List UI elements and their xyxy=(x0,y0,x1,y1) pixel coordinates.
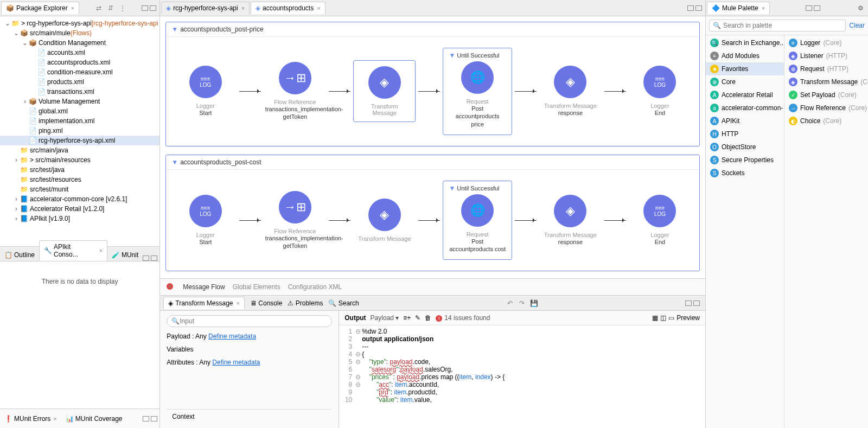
palette-item[interactable]: ≡Logger (Core) xyxy=(784,36,868,49)
tree-item[interactable]: 📄global.xml xyxy=(0,106,159,116)
tree-item[interactable]: ⌄📁> rcg-hyperforce-sys-api [rcg-hyperfor… xyxy=(0,18,159,28)
flow-node-log[interactable]: ≡≡≡LOG Logger End xyxy=(629,66,691,117)
undo-icon[interactable]: ↶ xyxy=(506,299,514,308)
tree-item[interactable]: 📄implementation.xml xyxy=(0,116,159,126)
tree-item[interactable]: ⌄📦src/main/mule (Flows) xyxy=(0,28,159,38)
tree-item[interactable]: 📄accounts.xml xyxy=(0,48,159,58)
max-icon[interactable] xyxy=(695,5,702,11)
add-icon[interactable]: ≡+ xyxy=(403,314,411,322)
min-icon[interactable] xyxy=(143,255,149,261)
tree-item[interactable]: 📄accountsproducts.xml xyxy=(0,58,159,67)
layout-icon[interactable]: ▭ xyxy=(668,314,674,322)
link-icon[interactable]: ⇵ xyxy=(106,4,115,12)
tree-item[interactable]: 📄products.xml xyxy=(0,77,159,87)
flow-node-log[interactable]: ≡≡≡LOG Logger Start xyxy=(174,66,237,117)
transform-message-tab[interactable]: ◈ Transform Message × xyxy=(163,297,245,309)
max-icon[interactable] xyxy=(151,416,157,421)
max-icon[interactable] xyxy=(150,5,156,11)
edit-icon[interactable]: ✎ xyxy=(415,314,420,322)
tree-item[interactable]: ›📘accelerator-common-core [v2.6.1] xyxy=(0,194,159,204)
palette-item[interactable]: aaccelerator-common- xyxy=(706,101,784,114)
close-icon[interactable]: × xyxy=(762,5,765,11)
palette-item[interactable]: AAccelerator Retail xyxy=(706,88,784,101)
tree-item[interactable]: 📁src/test/munit xyxy=(0,184,159,194)
tree-item[interactable]: ›📘APIkit [v1.9.0] xyxy=(0,214,159,223)
tree-item[interactable]: 📄transactions.xml xyxy=(0,87,159,97)
flow-node-tm[interactable]: ◈ Transform Message response xyxy=(539,195,602,246)
config-xml-tab[interactable]: Configuration XML xyxy=(288,283,342,291)
define-metadata-link[interactable]: Define metadata xyxy=(212,359,260,366)
mule-palette-tab[interactable]: 🔷 Mule Palette × xyxy=(707,2,770,14)
palette-item[interactable]: +Add Modules xyxy=(706,49,784,62)
close-icon[interactable]: × xyxy=(99,247,103,254)
collapse-icon[interactable]: ⇄ xyxy=(94,4,103,12)
min-icon[interactable] xyxy=(685,301,692,306)
code-editor[interactable]: 1⊖%dw 2.02output application/json3---4⊖{… xyxy=(339,325,705,428)
palette-items[interactable]: ≡Logger (Core)◈Listener (HTTP)⊕Request (… xyxy=(784,35,868,428)
until-successful-scope[interactable]: ▼Until Successful 🌐 Request Post account… xyxy=(443,48,512,135)
flow-node-log[interactable]: ≡≡≡LOG Logger Start xyxy=(174,195,237,246)
close-icon[interactable]: × xyxy=(53,416,56,422)
payload-dropdown[interactable]: Payload ▾ xyxy=(371,314,399,322)
menu-icon[interactable]: ⋮ xyxy=(118,4,127,12)
palette-categories[interactable]: 🔍Search in Exchange..+Add Modules★Favori… xyxy=(706,35,784,428)
munit-tab[interactable]: 🧪 MUnit xyxy=(107,249,143,261)
palette-item[interactable]: →Flow Reference (Core) xyxy=(784,101,868,114)
min-icon[interactable] xyxy=(142,5,148,11)
tree-item[interactable]: 📁src/test/java xyxy=(0,165,159,175)
delete-icon[interactable]: 🗑 xyxy=(425,314,431,322)
min-icon[interactable] xyxy=(143,416,149,421)
define-metadata-link[interactable]: Define metadata xyxy=(208,333,256,340)
editor-tab[interactable]: ◈ accountsproducts × xyxy=(251,2,326,14)
palette-search[interactable]: 🔍 xyxy=(709,20,846,31)
tree-item[interactable]: ›📦Volume Management xyxy=(0,97,159,106)
preview-link[interactable]: Preview xyxy=(676,314,700,322)
project-tree[interactable]: ⌄📁> rcg-hyperforce-sys-api [rcg-hyperfor… xyxy=(0,16,159,246)
palette-item[interactable]: ◈Listener (HTTP) xyxy=(784,49,868,62)
munit-errors-tab[interactable]: ❗ MUnit Errors × xyxy=(0,413,61,425)
palette-item[interactable]: ⊕Core xyxy=(706,75,784,88)
tree-item[interactable]: 📄rcg-hyperforce-sys-api.xml xyxy=(0,136,159,145)
until-successful-scope[interactable]: ▼Until Successful 🌐 Request Post account… xyxy=(443,181,512,260)
palette-item[interactable]: SSecure Properties xyxy=(706,154,784,167)
input-search-field[interactable] xyxy=(180,317,327,325)
flow-node-ref[interactable]: →⊞ Flow Reference transactions_implement… xyxy=(264,191,326,250)
palette-item[interactable]: ⊕Request (HTTP) xyxy=(784,62,868,75)
palette-item[interactable]: ◐Choice (Core) xyxy=(784,114,868,127)
palette-item[interactable]: OObjectStore xyxy=(706,140,784,154)
issues-badge[interactable]: !14 issues found xyxy=(436,314,490,322)
tree-item[interactable]: 📁src/test/resources xyxy=(0,175,159,184)
flow-node-tm[interactable]: ◈ Transform Message response xyxy=(539,66,602,117)
problems-tab[interactable]: ⚠ Problems xyxy=(288,299,323,307)
min-icon[interactable] xyxy=(806,5,812,11)
console-tab[interactable]: 🖥 Console xyxy=(250,299,282,307)
max-icon[interactable] xyxy=(814,5,820,11)
save-icon[interactable]: 💾 xyxy=(529,299,538,308)
close-icon[interactable]: × xyxy=(317,5,320,11)
palette-item[interactable]: ★Favorites xyxy=(706,62,784,75)
gear-icon[interactable]: ⚙ xyxy=(858,4,864,12)
tree-item[interactable]: 📁src/main/java xyxy=(0,145,159,155)
tree-item[interactable]: 📄ping.xml xyxy=(0,126,159,136)
outline-tab[interactable]: 📋 Outline xyxy=(0,249,39,261)
flow-canvas[interactable]: ▼accountsproducts_post-price≡≡≡LOG Logge… xyxy=(160,16,705,278)
munit-coverage-tab[interactable]: 📊 MUnit Coverage xyxy=(61,413,127,425)
flow-node-tm[interactable]: ◈ Transform Message xyxy=(353,60,416,122)
redo-icon[interactable]: ↷ xyxy=(518,299,526,308)
search-tab[interactable]: 🔍 Search xyxy=(328,299,359,307)
close-icon[interactable]: × xyxy=(237,300,240,306)
flow-node-ref[interactable]: →⊞ Flow Reference transactions_implement… xyxy=(264,62,326,121)
max-icon[interactable] xyxy=(693,301,700,306)
close-icon[interactable]: × xyxy=(241,5,245,11)
input-search[interactable]: 🔍 xyxy=(167,315,332,327)
palette-search-input[interactable] xyxy=(723,22,842,29)
message-flow-tab[interactable]: Message Flow xyxy=(183,283,225,291)
global-elements-tab[interactable]: Global Elements xyxy=(233,283,280,291)
palette-item[interactable]: ✓Set Payload (Core) xyxy=(784,88,868,101)
min-icon[interactable] xyxy=(687,5,694,11)
package-explorer-tab[interactable]: 📦 Package Explorer × xyxy=(1,2,79,14)
tree-item[interactable]: ›📁> src/main/resources xyxy=(0,155,159,165)
palette-item[interactable]: ◈Transform Message (Co xyxy=(784,75,868,88)
tree-item[interactable]: ⌄📦Condition Management xyxy=(0,38,159,48)
clear-button[interactable]: Clear xyxy=(849,22,865,29)
